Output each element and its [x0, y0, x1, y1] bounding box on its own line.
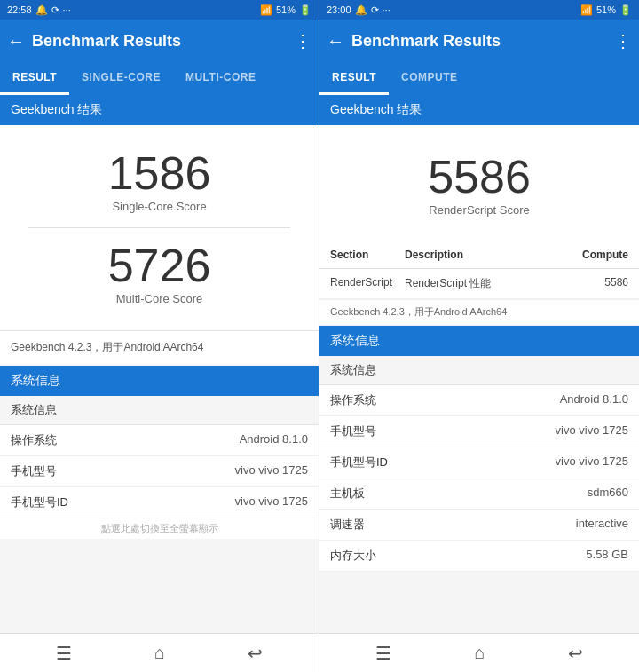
left-sys-value-1: vivo vivo 1725	[235, 463, 308, 479]
right-tab-result[interactable]: RESULT	[320, 62, 389, 95]
left-hint-text[interactable]: 點選此處切換至全螢幕顯示	[0, 518, 319, 539]
left-tab-multi-core[interactable]: MULTI-CORE	[173, 62, 268, 95]
render-score-block: 5586 RenderScript Score	[428, 143, 531, 227]
right-sys-value-1: vivo vivo 1725	[556, 423, 628, 439]
th-compute: Compute	[554, 249, 628, 261]
right-sys-row-4: 调速器 interactive	[320, 510, 639, 541]
left-sys-header: 系统信息	[0, 396, 319, 425]
right-home-nav-button[interactable]: ⌂	[474, 643, 485, 663]
right-sys-label-0: 操作系统	[330, 392, 376, 408]
right-sys-label-2: 手机型号ID	[330, 455, 388, 470]
split-container: ← Benchmark Results ⋮ RESULT SINGLE-CORE…	[0, 20, 639, 633]
right-sys-label-4: 调速器	[330, 517, 365, 533]
right-panel-content: 5586 RenderScript Score Section Descript…	[320, 125, 639, 633]
left-section-title: Geekbench 结果	[0, 95, 319, 125]
left-tab-single-core[interactable]: SINGLE-CORE	[69, 62, 173, 95]
left-sys-row-2: 手机型号ID vivo vivo 1725	[0, 487, 319, 518]
left-bottom-nav: ☰ ⌂ ↩	[0, 634, 320, 672]
left-wifi-icon: 📶	[260, 4, 272, 16]
table-header-row: Section Description Compute	[320, 241, 639, 269]
left-battery: 51%	[276, 4, 296, 15]
multi-core-block: 5726 Multi-Core Score	[108, 232, 211, 316]
left-panel: ← Benchmark Results ⋮ RESULT SINGLE-CORE…	[0, 20, 320, 633]
right-sys-row-1: 手机型号 vivo vivo 1725	[320, 416, 639, 447]
right-sys-row-5: 内存大小 5.58 GB	[320, 541, 639, 572]
left-scores-area: 1586 Single-Core Score 5726 Multi-Core S…	[0, 125, 319, 330]
right-sys-row-0: 操作系统 Android 8.1.0	[320, 385, 639, 416]
right-back-button[interactable]: ←	[327, 31, 344, 51]
left-menu-button[interactable]: ⋮	[294, 30, 312, 51]
right-sys-value-0: Android 8.1.0	[560, 392, 628, 408]
right-back-nav-button[interactable]: ↩	[568, 643, 583, 664]
left-sync-icon: ⟳	[51, 4, 59, 16]
left-home-nav-button[interactable]: ⌂	[154, 643, 165, 663]
single-core-block: 1586 Single-Core Score	[108, 139, 211, 224]
multi-core-label: Multi-Core Score	[108, 292, 211, 305]
right-sys-value-2: vivo vivo 1725	[556, 455, 628, 470]
left-status-bar: 22:58 🔔 ⟳ ··· 📶 51% 🔋	[0, 0, 320, 20]
single-core-label: Single-Core Score	[108, 200, 211, 213]
right-sys-section-title: 系统信息	[320, 326, 639, 356]
td-compute-0: 5586	[554, 276, 628, 291]
right-score-area: 5586 RenderScript Score	[320, 125, 639, 241]
right-tabs: RESULT COMPUTE	[320, 62, 639, 95]
right-sys-value-3: sdm660	[588, 486, 628, 502]
left-geekbench-info: Geekbench 4.2.3，用于Android AArch64	[0, 330, 319, 364]
right-table: Section Description Compute RenderScript…	[320, 241, 639, 324]
th-description: Description	[405, 249, 554, 261]
right-sys-value-4: interactive	[576, 517, 628, 533]
right-sys-row-3: 主机板 sdm660	[320, 478, 639, 510]
right-battery-icon: 🔋	[619, 4, 632, 16]
single-core-score: 1586	[108, 150, 211, 196]
left-time: 22:58	[7, 4, 32, 15]
right-sys-value-5: 5.58 GB	[586, 548, 628, 564]
left-sys-label-2: 手机型号ID	[11, 494, 68, 510]
right-time: 23:00	[327, 4, 351, 15]
right-section-title: Geekbench 结果	[320, 95, 639, 125]
table-row-0: RenderScript RenderScript 性能 5586	[320, 269, 639, 299]
left-sys-label-0: 操作系统	[11, 432, 57, 448]
td-desc-0: RenderScript 性能	[405, 276, 554, 291]
td-section-0: RenderScript	[330, 276, 405, 291]
left-sys-row-1: 手机型号 vivo vivo 1725	[0, 456, 319, 487]
left-tabs: RESULT SINGLE-CORE MULTI-CORE	[0, 62, 319, 95]
right-panel: ← Benchmark Results ⋮ RESULT COMPUTE Gee…	[320, 20, 639, 633]
left-sys-row-0: 操作系统 Android 8.1.0	[0, 425, 319, 456]
left-panel-content: 1586 Single-Core Score 5726 Multi-Core S…	[0, 125, 319, 633]
left-battery-icon: 🔋	[299, 4, 312, 16]
bottom-navs: ☰ ⌂ ↩ ☰ ⌂ ↩	[0, 633, 639, 672]
score-divider	[28, 227, 289, 228]
right-dots: ···	[383, 4, 390, 15]
left-back-button[interactable]: ←	[7, 31, 25, 51]
left-header: ← Benchmark Results ⋮	[0, 20, 319, 62]
right-notification-icon: 🔔	[355, 4, 367, 16]
left-back-nav-button[interactable]: ↩	[248, 643, 263, 664]
right-sys-row-2: 手机型号ID vivo vivo 1725	[320, 447, 639, 478]
render-label: RenderScript Score	[428, 203, 531, 217]
right-status-bar: 23:00 🔔 ⟳ ··· 📶 51% 🔋	[320, 0, 639, 20]
left-menu-nav-button[interactable]: ☰	[56, 643, 72, 664]
right-wifi-icon: 📶	[580, 4, 593, 16]
left-notification-icon: 🔔	[36, 4, 48, 16]
status-bars: 22:58 🔔 ⟳ ··· 📶 51% 🔋 23:00 🔔 ⟳ ··· 📶 51…	[0, 0, 639, 20]
left-tab-result[interactable]: RESULT	[0, 62, 69, 95]
right-tab-compute[interactable]: COMPUTE	[389, 62, 470, 95]
right-geekbench-footnote: Geekbench 4.2.3，用于Android AArch64	[320, 299, 639, 324]
right-sys-label-1: 手机型号	[330, 423, 376, 439]
left-dots: ···	[63, 4, 71, 15]
th-section: Section	[330, 249, 405, 261]
left-sys-value-2: vivo vivo 1725	[235, 494, 308, 510]
right-header: ← Benchmark Results ⋮	[320, 20, 639, 62]
right-battery: 51%	[596, 4, 616, 15]
right-bottom-nav: ☰ ⌂ ↩	[320, 634, 639, 672]
right-sys-header: 系统信息	[320, 356, 639, 385]
right-menu-nav-button[interactable]: ☰	[375, 643, 391, 664]
left-sys-value-0: Android 8.1.0	[240, 432, 308, 448]
right-header-title: Benchmark Results	[351, 32, 607, 51]
left-header-title: Benchmark Results	[32, 32, 287, 51]
left-sys-section-title: 系统信息	[0, 366, 319, 396]
right-menu-button[interactable]: ⋮	[614, 30, 632, 51]
multi-core-score: 5726	[108, 242, 211, 289]
right-sys-label-5: 内存大小	[330, 548, 376, 564]
right-sys-label-3: 主机板	[330, 486, 365, 502]
